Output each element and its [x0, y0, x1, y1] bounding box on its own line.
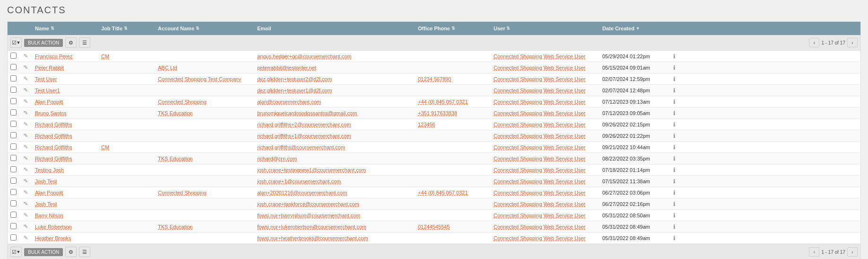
row-info-13[interactable]: ℹ	[670, 199, 684, 209]
info-icon-10[interactable]: ℹ	[673, 167, 676, 173]
name-link-3[interactable]: Test User1	[35, 88, 60, 93]
row-checkbox-3[interactable]	[8, 85, 21, 96]
info-icon-8[interactable]: ℹ	[673, 144, 676, 151]
row-info-15[interactable]: ℹ	[670, 222, 684, 232]
user-link-14[interactable]: Connected Shopping Web Service User	[494, 213, 585, 218]
account-link-15[interactable]: TKS Education	[158, 224, 192, 230]
email-link-3[interactable]: dez.glidden+testuser1@d2l.com	[257, 88, 332, 93]
edit-icon-11[interactable]: ✎	[24, 178, 28, 184]
prev-page-button[interactable]: ‹	[809, 38, 819, 47]
name-link-8[interactable]: Richard Griffiths	[35, 144, 72, 150]
info-icon-12[interactable]: ℹ	[673, 189, 676, 196]
th-account-name[interactable]: Account Name ⇅	[155, 22, 254, 35]
info-icon-1[interactable]: ℹ	[673, 64, 676, 71]
row-checkbox-2[interactable]	[8, 73, 21, 84]
email-link-4[interactable]: alan@coursemerchant.com	[257, 99, 321, 105]
edit-icon-1[interactable]: ✎	[24, 64, 28, 70]
edit-icon-6[interactable]: ✎	[24, 121, 28, 127]
account-link-9[interactable]: TKS Education	[158, 156, 192, 161]
columns-button[interactable]: ☰	[79, 37, 90, 48]
row-checkbox-9[interactable]	[8, 153, 21, 164]
row-edit-12[interactable]: ✎	[21, 188, 32, 197]
email-link-13[interactable]: josh.crane+taskforce@coursemerchant.com	[257, 201, 359, 207]
row-info-0[interactable]: ℹ	[670, 51, 684, 62]
next-page-button[interactable]: ›	[847, 38, 858, 47]
user-link-9[interactable]: Connected Shopping Web Service User	[494, 156, 585, 161]
account-link-2[interactable]: Connected Shopping Test Company	[158, 76, 241, 82]
user-link-11[interactable]: Connected Shopping Web Service User	[494, 179, 585, 184]
sort-job-icon[interactable]: ⇅	[124, 26, 128, 31]
name-link-5[interactable]: Bruno Santos	[35, 110, 67, 116]
row-edit-11[interactable]: ✎	[21, 176, 32, 186]
edit-icon-5[interactable]: ✎	[24, 110, 28, 116]
row-checkbox-1[interactable]	[8, 62, 21, 73]
row-edit-0[interactable]: ✎	[21, 51, 32, 61]
user-link-4[interactable]: Connected Shopping Web Service User	[494, 99, 585, 105]
row-edit-2[interactable]: ✎	[21, 74, 32, 84]
email-link-10[interactable]: josh.crane+testingnew1@coursemerchant.co…	[257, 167, 366, 173]
row-info-8[interactable]: ℹ	[670, 142, 684, 152]
user-link-7[interactable]: Connected Shopping Web Service User	[494, 133, 585, 139]
row-info-11[interactable]: ℹ	[670, 176, 684, 187]
row-edit-9[interactable]: ✎	[21, 153, 32, 163]
th-date-created[interactable]: Date Created ▼	[599, 22, 670, 35]
phone-link-4[interactable]: +44 (0) 845 057 0321	[418, 99, 468, 105]
info-icon-16[interactable]: ℹ	[673, 235, 676, 241]
info-icon-14[interactable]: ℹ	[673, 212, 676, 219]
name-link-15[interactable]: Luke Robertson	[35, 224, 72, 230]
user-link-2[interactable]: Connected Shopping Web Service User	[494, 76, 585, 82]
filter-button[interactable]: ⚙	[65, 37, 77, 48]
name-link-7[interactable]: Richard Griffiths	[35, 133, 72, 139]
edit-icon-7[interactable]: ✎	[24, 133, 28, 138]
email-link-2[interactable]: dez.glidden+testuser2@d2l.com	[257, 76, 332, 82]
row-edit-4[interactable]: ✎	[21, 97, 32, 107]
user-link-6[interactable]: Connected Shopping Web Service User	[494, 122, 585, 127]
row-checkbox-13[interactable]	[8, 198, 21, 209]
user-link-5[interactable]: Connected Shopping Web Service User	[494, 110, 585, 116]
name-link-12[interactable]: Alan Poppitt	[35, 190, 63, 196]
email-link-8[interactable]: richard.griffiths@coursemerchant.com	[257, 144, 345, 150]
info-icon-15[interactable]: ℹ	[673, 223, 676, 230]
edit-icon-13[interactable]: ✎	[24, 201, 28, 206]
row-info-9[interactable]: ℹ	[670, 153, 684, 164]
row-info-5[interactable]: ℹ	[670, 108, 684, 118]
row-edit-13[interactable]: ✎	[21, 199, 32, 209]
job-link-8[interactable]: CM	[101, 144, 109, 150]
edit-icon-16[interactable]: ✎	[24, 235, 28, 241]
row-info-14[interactable]: ℹ	[670, 210, 684, 221]
name-link-9[interactable]: Richard Griffiths	[35, 156, 72, 161]
row-checkbox-14[interactable]	[8, 210, 21, 221]
email-link-15[interactable]: fowsi.nur+lukerobertson@coursemerchant.c…	[257, 224, 366, 230]
row-edit-8[interactable]: ✎	[21, 142, 32, 152]
row-info-7[interactable]: ℹ	[670, 131, 684, 141]
info-icon-3[interactable]: ℹ	[673, 87, 676, 94]
job-link-0[interactable]: CM	[101, 54, 109, 59]
email-link-1[interactable]: peterrabbit@testorder.net	[257, 65, 316, 71]
edit-icon-15[interactable]: ✎	[24, 223, 28, 229]
row-edit-16[interactable]: ✎	[21, 233, 32, 243]
row-info-12[interactable]: ℹ	[670, 188, 684, 198]
email-link-5[interactable]: brunomiguelcardosodossantos@gmail.com	[257, 110, 357, 116]
edit-icon-4[interactable]: ✎	[24, 98, 28, 104]
sort-name-icon[interactable]: ⇅	[51, 26, 54, 31]
row-checkbox-4[interactable]	[8, 96, 21, 107]
email-link-12[interactable]: alan+20201216@coursemerchant.com	[257, 190, 347, 196]
row-info-10[interactable]: ℹ	[670, 165, 684, 175]
info-icon-9[interactable]: ℹ	[673, 155, 676, 162]
sort-phone-icon[interactable]: ⇅	[451, 26, 455, 31]
th-name[interactable]: Name ⇅	[32, 22, 98, 35]
phone-link-5[interactable]: +351 917633838	[418, 110, 457, 116]
prev-page-bottom-button[interactable]: ‹	[809, 247, 819, 257]
name-link-11[interactable]: Josh Test	[35, 179, 57, 184]
row-checkbox-6[interactable]	[8, 119, 21, 130]
th-office-phone[interactable]: Office Phone ⇅	[415, 22, 491, 35]
email-link-14[interactable]: fowsi.nur+barrynilson@coursemerchant.com	[257, 213, 360, 218]
row-edit-15[interactable]: ✎	[21, 222, 32, 232]
account-link-1[interactable]: ABC Ltd	[158, 65, 177, 71]
name-link-16[interactable]: Heather Brooks	[35, 235, 71, 241]
email-link-0[interactable]: angus.hedger+gc@coursemerchant.com	[257, 54, 351, 59]
user-link-0[interactable]: Connected Shopping Web Service User	[494, 54, 585, 59]
phone-link-12[interactable]: +44 (0) 845 057 0321	[418, 190, 468, 196]
phone-link-6[interactable]: 123456	[418, 122, 435, 127]
user-link-10[interactable]: Connected Shopping Web Service User	[494, 167, 585, 173]
